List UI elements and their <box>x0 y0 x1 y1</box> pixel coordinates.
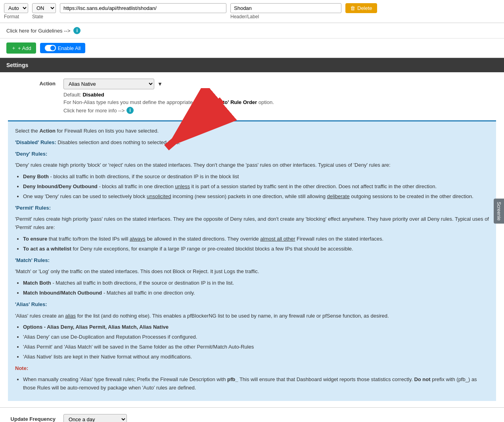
action-select[interactable]: Alias Native Disabled Deny Both Deny Inb… <box>63 79 154 89</box>
permit-bullet-1: To ensure that traffic to/from the liste… <box>23 235 489 243</box>
note-paragraph: Note: <box>15 364 489 373</box>
format-label: Format <box>4 14 28 19</box>
firewall-rule-order-text: Firewall 'Auto' Rule Order <box>194 99 257 105</box>
state-label: State <box>32 14 56 19</box>
action-select-wrap: Alias Native Disabled Deny Both Deny Inb… <box>63 79 496 89</box>
update-right: Once a day Once every 4 hours Once every… <box>63 414 496 422</box>
source-group <box>60 3 226 13</box>
match-bullet-1: Match Both - Matches all traffic in both… <box>23 279 489 287</box>
default-line: Default: Disabled <box>63 92 496 98</box>
permit-rules-intro: 'Permit' rules create high priority 'pas… <box>15 215 489 232</box>
update-row: Update Frequency Once a day Once every 4… <box>0 408 504 422</box>
state-select[interactable]: ON OFF <box>32 3 56 13</box>
toggle-icon <box>45 45 56 51</box>
alias-rules-list: Options - Alias Deny, Alias Permit, Alia… <box>23 323 489 361</box>
guidelines-link[interactable]: Click here for Guidelines --> <box>6 28 70 34</box>
update-frequency-label: Update Frequency <box>8 414 56 422</box>
header-group: Header/Label <box>230 3 341 19</box>
deny-rules-link[interactable]: 'Deny' Rules: <box>15 151 47 157</box>
enable-all-label: Enable All <box>58 45 81 51</box>
action-right: Alias Native Disabled Deny Both Deny Inb… <box>63 79 496 114</box>
more-info-icon[interactable]: i <box>126 107 134 114</box>
deny-bullet-3: One way 'Deny' rules can be used to sele… <box>23 193 489 201</box>
delete-group: 🗑 Delete <box>345 3 377 13</box>
source-input[interactable] <box>60 3 226 13</box>
alias-bullet-2: 'Alias Deny' can use De-Duplication and … <box>23 333 489 341</box>
state-group: ON OFF State <box>32 3 56 19</box>
deny-rules-list: Deny Both - blocks all traffic in both d… <box>23 173 489 200</box>
alias-bullet-1: Options - Alias Deny, Alias Permit, Alia… <box>23 323 489 331</box>
alias-rules-title: 'Alias' Rules: <box>15 301 489 309</box>
chevron-icon: ▼ <box>157 81 163 87</box>
info-intro: Select the Action for Firewall Rules on … <box>15 127 489 135</box>
format-group: Auto Format <box>4 3 28 19</box>
guidelines-row: Click here for Guidelines --> i <box>0 23 504 39</box>
match-rules-title: 'Match' Rules: <box>15 256 489 265</box>
match-rules-list: Match Both - Matches all traffic in both… <box>23 279 489 297</box>
plus-icon: ＋ <box>11 44 16 52</box>
alias-bullet-4: 'Alias Native' lists are kept in their N… <box>23 353 489 361</box>
format-select[interactable]: Auto <box>4 3 28 13</box>
deny-rules-intro: 'Deny' rules create high priority 'block… <box>15 161 489 170</box>
guidelines-info-icon[interactable]: i <box>73 27 80 34</box>
action-row: Action Alias Native Disabled Deny Both D… <box>8 79 496 114</box>
match-rules-link[interactable]: 'Match' Rules: <box>15 257 50 263</box>
page-wrapper: Auto Format ON OFF State Header/Label 🗑 … <box>0 0 504 422</box>
note-list: When manually creating 'Alias' type fire… <box>23 376 489 392</box>
delete-label: Delete <box>357 5 372 11</box>
enable-all-button[interactable]: Enable All <box>40 43 86 53</box>
disabled-rules-title: 'Disabled' Rules: Disables selection and… <box>15 139 489 147</box>
click-info-row: Click here for more info --> i <box>63 107 496 114</box>
settings-title: Settings <box>6 62 28 68</box>
note-item: When manually creating 'Alias' type fire… <box>23 376 489 392</box>
alias-bullet-3: 'Alias Permit' and 'Alias Match' will be… <box>23 343 489 351</box>
deny-bullet-1: Deny Both - blocks all traffic in both d… <box>23 173 489 181</box>
permit-rules-title: 'Permit' Rules: <box>15 204 489 212</box>
alias-rules-link[interactable]: 'Alias' Rules: <box>15 301 47 307</box>
match-rules-intro: 'Match' or 'Log' only the traffic on the… <box>15 268 489 276</box>
permit-bullet-2: To act as a whitelist for Deny rule exce… <box>23 245 489 253</box>
disabled-rules-link[interactable]: 'Disabled' Rules: <box>15 139 56 145</box>
settings-header: Settings <box>0 58 504 72</box>
default-value: Disabled <box>82 92 104 98</box>
permit-rules-link[interactable]: 'Permit' Rules: <box>15 205 51 211</box>
screenie-button[interactable]: Screenie <box>494 198 504 224</box>
match-bullet-2: Match Inbound/Match Outbound - Matches a… <box>23 289 489 297</box>
action-label: Action <box>8 79 56 87</box>
update-frequency-select[interactable]: Once a day Once every 4 hours Once every… <box>63 414 127 422</box>
add-button[interactable]: ＋ + Add <box>6 42 36 54</box>
top-row: Auto Format ON OFF State Header/Label 🗑 … <box>0 0 504 23</box>
trash-icon: 🗑 <box>350 5 355 11</box>
settings-content: Action Alias Native Disabled Deny Both D… <box>0 72 504 408</box>
info-box: Select the Action for Firewall Rules on … <box>8 120 496 401</box>
alias-rules-intro: 'Alias' rules create an alias for the li… <box>15 312 489 320</box>
header-input[interactable] <box>230 3 341 13</box>
header-label: Header/Label <box>230 14 341 19</box>
buttons-row: ＋ + Add Enable All <box>0 39 504 58</box>
note-label: Note: <box>15 365 28 371</box>
delete-button[interactable]: 🗑 Delete <box>345 3 377 13</box>
deny-rules-title: 'Deny' Rules: <box>15 150 489 158</box>
deny-bullet-2: Deny Inbound/Deny Outbound - blocks all … <box>23 183 489 191</box>
info-line: For Non-Alias type rules you must define… <box>63 99 496 105</box>
add-label: + Add <box>18 45 31 51</box>
click-info-text: Click here for more info --> <box>63 108 125 114</box>
permit-rules-list: To ensure that traffic to/from the liste… <box>23 235 489 253</box>
